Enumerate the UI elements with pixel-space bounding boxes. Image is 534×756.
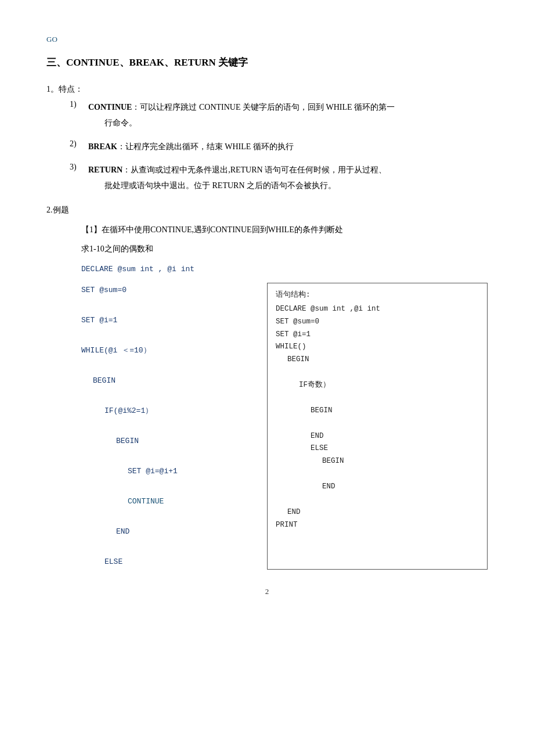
code-line-spacer3 <box>81 358 267 373</box>
page-number: 2 <box>46 587 488 596</box>
points-label: 1。特点： <box>46 82 488 96</box>
code-line-7: SET @i=@i+1 <box>128 464 267 479</box>
code-line-spacer1 <box>81 298 267 313</box>
example-title-text: 【1】在循环中使用CONTINUE,遇到CONTINUE回到WHILE的条件判断… <box>81 225 343 234</box>
subpoint-3: 3) RETURN：从查询或过程中无条件退出,RETURN 语句可在任何时候，用… <box>70 163 488 193</box>
code-line-3: WHILE(@i ＜=10） <box>81 343 267 358</box>
subpoint-num-3: 3) <box>70 163 88 172</box>
subpoint-2: 2) BREAK：让程序完全跳出循环，结束 WHILE 循环的执行 <box>70 139 488 155</box>
subpoint-text-1: CONTINUE：可以让程序跳过 CONTINUE 关键字后的语句，回到 WHI… <box>88 100 395 131</box>
box-line-4: WHILE() <box>276 341 479 354</box>
box-line-7: BEGIN <box>311 405 479 417</box>
box-line-spacer1 <box>276 366 479 379</box>
example-content: 【1】在循环中使用CONTINUE,遇到CONTINUE回到WHILE的条件判断… <box>81 222 488 570</box>
box-title: 语句结构: <box>276 289 479 302</box>
code-line-spacer4 <box>81 388 267 404</box>
box-line-3: SET @i=1 <box>276 329 479 341</box>
keyword-return: RETURN <box>88 165 122 174</box>
code-line-spacer6 <box>81 449 267 464</box>
code-line-4: BEGIN <box>93 373 267 388</box>
box-line-spacer4 <box>276 468 479 481</box>
code-line-spacer8 <box>81 509 267 524</box>
example-label: 2.例题 <box>46 203 488 217</box>
code-left: SET @sum=0 SET @i=1 WHILE(@i ＜=10） BEGIN… <box>81 283 267 570</box>
subpoint-text-2: BREAK：让程序完全跳出循环，结束 WHILE 循环的执行 <box>88 139 294 155</box>
subpoint-num-2: 2) <box>70 139 88 149</box>
code-line-2: SET @i=1 <box>81 313 267 328</box>
subpoint-1: 1) CONTINUE：可以让程序跳过 CONTINUE 关键字后的语句，回到 … <box>70 100 488 131</box>
box-line-10: BEGIN <box>322 455 479 468</box>
box-line-9: ELSE <box>311 442 479 455</box>
box-line-6: IF奇数） <box>299 379 479 392</box>
code-line-8: CONTINUE <box>128 494 267 509</box>
box-line-13: PRINT <box>276 519 479 532</box>
box-line-1: DECLARE @sum int ,@i int <box>276 303 479 316</box>
box-line-12: END <box>287 506 479 519</box>
declare-line: DECLARE @sum int , @i int <box>81 262 488 277</box>
code-line-9: END <box>116 524 267 539</box>
subpoint-text-3: RETURN：从查询或过程中无条件退出,RETURN 语句可在任何时候，用于从过… <box>88 163 387 193</box>
code-line-1: SET @sum=0 <box>81 283 267 298</box>
box-line-spacer3 <box>276 417 479 430</box>
example-title: 【1】在循环中使用CONTINUE,遇到CONTINUE回到WHILE的条件判断… <box>81 222 488 237</box>
code-line-6: BEGIN <box>116 434 267 449</box>
section-heading: 三、CONTINUE、BREAK、RETURN 关键字 <box>46 55 488 70</box>
box-line-spacer5 <box>276 494 479 506</box>
code-area: SET @sum=0 SET @i=1 WHILE(@i ＜=10） BEGIN… <box>81 283 488 570</box>
keyword-continue: CONTINUE <box>88 103 132 111</box>
example-desc: 求1-10之间的偶数和 <box>81 242 488 256</box>
code-line-spacer9 <box>81 539 267 555</box>
code-line-5: IF(@i%2=1） <box>104 404 267 419</box>
box-line-2: SET @sum=0 <box>276 316 479 329</box>
box-line-8: END <box>311 430 479 443</box>
subpoint-num-1: 1) <box>70 100 88 109</box>
keyword-break: BREAK <box>88 142 117 151</box>
box-line-11: END <box>322 481 479 494</box>
go-link[interactable]: GO <box>46 35 488 44</box>
code-line-10: ELSE <box>104 555 267 570</box>
example-section: 2.例题 【1】在循环中使用CONTINUE,遇到CONTINUE回到WHILE… <box>46 203 488 570</box>
code-line-spacer5 <box>81 419 267 434</box>
code-right-box: 语句结构: DECLARE @sum int ,@i int SET @sum=… <box>267 283 488 570</box>
code-line-spacer2 <box>81 328 267 343</box>
box-line-spacer2 <box>276 392 479 405</box>
code-line-spacer7 <box>81 479 267 494</box>
box-line-5: BEGIN <box>287 354 479 366</box>
